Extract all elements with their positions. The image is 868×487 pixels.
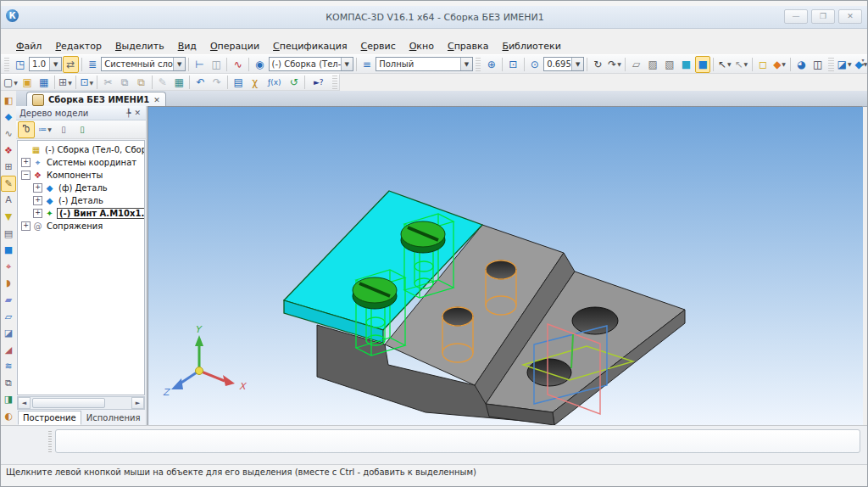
chevron-down-icon[interactable]: ▼: [460, 58, 472, 70]
layer-combo[interactable]: Системный слой (0)▼: [101, 57, 186, 71]
tree-list-icon[interactable]: ≔▼: [36, 121, 53, 138]
chevron-down-icon[interactable]: ▼: [744, 61, 748, 67]
tree-expander-icon[interactable]: +: [33, 183, 42, 193]
wireframe-view-icon[interactable]: ▱: [628, 56, 644, 73]
close-panel-icon[interactable]: ✕: [132, 109, 142, 117]
copy-properties-icon[interactable]: ✎: [155, 74, 170, 91]
tab-close-icon[interactable]: ✕: [153, 96, 160, 104]
create-part-icon[interactable]: ◆: [1, 109, 16, 126]
scroll-right-icon[interactable]: ►: [131, 397, 144, 409]
menu-item[interactable]: Редактор: [48, 39, 108, 53]
chevron-down-icon[interactable]: ▼: [89, 80, 93, 86]
save-icon[interactable]: ▦: [36, 74, 51, 91]
menu-item[interactable]: Файл: [9, 39, 48, 53]
select-component-icon[interactable]: ↖▼: [716, 56, 732, 73]
shaded-wire-view-icon[interactable]: ■: [695, 56, 711, 73]
spreadsheet-icon[interactable]: ▦: [171, 74, 186, 91]
tree-expander-icon[interactable]: +: [21, 221, 31, 231]
isolate-icon[interactable]: ◻: [755, 56, 771, 73]
restore-button[interactable]: ❐: [811, 9, 835, 24]
undo-icon[interactable]: ↶: [192, 74, 208, 91]
chevron-down-icon[interactable]: ▼: [571, 58, 583, 70]
tree-item[interactable]: +@Сопряжения: [18, 220, 144, 232]
menu-item[interactable]: Справка: [441, 39, 495, 53]
shaded-view-icon[interactable]: ■: [678, 56, 694, 73]
spatial-curves-icon[interactable]: ∿: [1, 126, 16, 142]
chevron-down-icon[interactable]: ▼: [14, 80, 18, 86]
menu-item[interactable]: Вид: [171, 39, 203, 53]
close-button[interactable]: ✕: [838, 9, 862, 24]
copy-icon[interactable]: ⧉: [117, 74, 132, 91]
scroll-thumb[interactable]: [32, 398, 105, 408]
chevron-down-icon[interactable]: ▼: [173, 58, 185, 70]
variables-window-icon[interactable]: χ: [247, 74, 262, 91]
context-help-icon[interactable]: ►?: [308, 74, 330, 91]
tree-expander-icon[interactable]: +: [33, 209, 42, 218]
toolbar-grip[interactable]: [476, 58, 481, 71]
chevron-down-icon[interactable]: ▼: [49, 58, 61, 70]
toolbar-grip[interactable]: [828, 58, 833, 71]
model-combo[interactable]: (-) Сборка (Тел-0, С▼: [269, 57, 353, 71]
tree-horizontal-scrollbar[interactable]: ◄ ►: [17, 396, 145, 410]
tree-item[interactable]: +◆(-) Деталь: [18, 194, 144, 207]
section-view-icon[interactable]: ◫: [810, 56, 826, 73]
property-bar-grip[interactable]: [48, 431, 52, 453]
document-tab[interactable]: Сборка БЕЗ ИМЕНИ1 ✕: [26, 92, 166, 107]
tree-item[interactable]: −❖Компоненты: [18, 169, 144, 182]
fx-icon[interactable]: ƒ(x): [264, 74, 286, 91]
layers-stack-icon[interactable]: ≋: [1, 359, 16, 375]
pin-panel-icon[interactable]: ╄: [125, 109, 132, 117]
add-component-icon[interactable]: ❖: [1, 143, 16, 159]
chevron-down-icon[interactable]: ▼: [782, 61, 786, 67]
chevron-down-icon[interactable]: ▼: [47, 126, 52, 132]
measure-curve-icon[interactable]: ∿: [230, 56, 246, 73]
menu-item[interactable]: Спецификация: [266, 39, 353, 53]
menu-item[interactable]: Операции: [203, 39, 266, 53]
zoom-frame-icon[interactable]: ⊡: [505, 56, 521, 73]
layers-icon[interactable]: ≣: [85, 56, 101, 73]
open-document-icon[interactable]: ▣: [19, 74, 35, 91]
menu-item[interactable]: Библиотеки: [495, 39, 567, 53]
chevron-down-icon[interactable]: ▼: [341, 58, 353, 70]
chevron-down-icon[interactable]: ▼: [617, 61, 621, 67]
relations-icon[interactable]: ◫: [209, 56, 225, 73]
tree-expander-icon[interactable]: −: [21, 171, 31, 180]
print-icon[interactable]: ⊞▼: [58, 74, 73, 91]
redo-icon[interactable]: ↷: [209, 74, 225, 91]
preview-icon[interactable]: ⊡▼: [79, 74, 94, 91]
chevron-down-icon[interactable]: ▼: [848, 61, 852, 67]
model-settings-icon[interactable]: ◉: [252, 56, 268, 73]
mates-icon[interactable]: ✎: [1, 176, 16, 192]
minimize-button[interactable]: —: [784, 9, 808, 24]
variables-icon[interactable]: ▤: [231, 74, 246, 91]
tree-tab-active[interactable]: Построение: [18, 411, 81, 425]
rebuild-icon[interactable]: ↺: [287, 74, 302, 91]
hidden-thin-view-icon[interactable]: ▧: [662, 56, 678, 73]
macro-icon[interactable]: ◨: [1, 392, 16, 408]
tree-item[interactable]: +◆(ф) Деталь: [18, 182, 144, 194]
filter-icon[interactable]: ▼: [1, 209, 16, 225]
model-viewport[interactable]: X Y Z: [147, 106, 862, 425]
plane2-icon[interactable]: ▱: [1, 309, 16, 325]
toolbar-grip[interactable]: [332, 76, 337, 89]
new-document-icon[interactable]: ▢▼: [3, 74, 19, 91]
hide-objects-icon[interactable]: ◆▼: [771, 56, 787, 73]
zoom-in-icon[interactable]: ⊕: [483, 56, 499, 73]
report-icon[interactable]: ▤: [1, 226, 16, 242]
scale-combo[interactable]: 1.0▼: [29, 57, 62, 71]
tree-item[interactable]: +⌖Системы координат: [18, 156, 144, 169]
tree-structure-icon[interactable]: Ⴊ: [18, 121, 35, 138]
select-filter-icon[interactable]: ↖▼: [733, 56, 749, 73]
measure3d-icon[interactable]: ◐: [1, 408, 16, 424]
tree-item[interactable]: +✦(-) Винт А.М10х1.25: [18, 207, 144, 220]
edit-component-icon[interactable]: ◧: [1, 92, 16, 109]
toolbar-overflow-button[interactable]: ▾▾: [860, 55, 866, 75]
tree-expander-icon[interactable]: +: [21, 158, 31, 167]
plane3-icon[interactable]: ◪: [1, 325, 16, 341]
chevron-down-icon[interactable]: ▼: [68, 80, 72, 86]
zoom-combo[interactable]: 0.6951▼: [543, 57, 584, 71]
chevron-down-icon[interactable]: ▼: [727, 61, 732, 67]
paste-icon[interactable]: ⧉: [133, 74, 148, 91]
current-scale-icon[interactable]: ◳: [12, 56, 28, 73]
scroll-left-icon[interactable]: ◄: [18, 397, 31, 409]
